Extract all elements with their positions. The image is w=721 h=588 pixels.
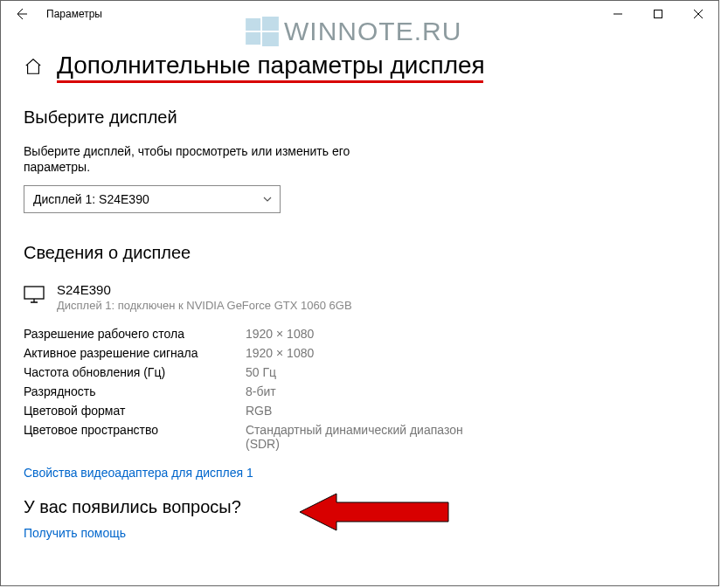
- help-heading: У вас появились вопросы?: [24, 497, 696, 517]
- info-label: Разрядность: [24, 384, 246, 398]
- display-info-table: Разрешение рабочего стола 1920 × 1080 Ак…: [24, 324, 478, 453]
- info-value: 1920 × 1080: [246, 327, 478, 341]
- titlebar: Параметры: [1, 1, 718, 27]
- home-icon[interactable]: [24, 57, 43, 76]
- get-help-link[interactable]: Получить помощь: [24, 526, 126, 540]
- display-selector-value: Дисплей 1: S24E390: [33, 192, 149, 206]
- table-row: Активное разрешение сигнала 1920 × 1080: [24, 343, 478, 363]
- close-icon: [694, 10, 703, 18]
- minimize-button[interactable]: [598, 1, 638, 27]
- monitor-icon: [24, 284, 45, 305]
- info-label: Цветовой формат: [24, 404, 246, 418]
- info-label: Цветовое пространство: [24, 423, 246, 451]
- table-row: Разрядность 8-бит: [24, 382, 478, 401]
- info-value: Стандартный динамический диапазон (SDR): [246, 423, 478, 451]
- info-label: Активное разрешение сигнала: [24, 346, 246, 360]
- select-display-heading: Выберите дисплей: [24, 107, 696, 128]
- close-button[interactable]: [678, 1, 718, 27]
- device-name: S24E390: [57, 282, 352, 297]
- info-value: RGB: [246, 404, 478, 418]
- adapter-properties-link[interactable]: Свойства видеоадаптера для дисплея 1: [24, 466, 253, 480]
- svg-rect-5: [24, 287, 44, 299]
- select-display-prompt: Выберите дисплей, чтобы просмотреть или …: [24, 143, 391, 175]
- maximize-icon: [654, 10, 662, 18]
- display-selector[interactable]: Дисплей 1: S24E390: [24, 185, 281, 213]
- title-underline-annotation: [57, 80, 483, 83]
- minimize-icon: [614, 10, 622, 18]
- info-label: Частота обновления (Гц): [24, 365, 246, 379]
- arrow-left-icon: [14, 7, 28, 21]
- maximize-button[interactable]: [638, 1, 678, 27]
- device-sub: Дисплей 1: подключен к NVIDIA GeForce GT…: [57, 299, 352, 312]
- window-title: Параметры: [46, 8, 102, 20]
- chevron-down-icon: [262, 194, 273, 204]
- svg-rect-0: [655, 10, 662, 18]
- info-value: 1920 × 1080: [246, 346, 478, 360]
- table-row: Частота обновления (Гц) 50 Гц: [24, 363, 478, 382]
- table-row: Цветовой формат RGB: [24, 401, 478, 420]
- back-button[interactable]: [8, 1, 34, 27]
- display-info-heading: Сведения о дисплее: [24, 243, 696, 263]
- info-value: 8-бит: [246, 384, 478, 398]
- table-row: Цветовое пространство Стандартный динами…: [24, 420, 478, 453]
- info-value: 50 Гц: [246, 365, 478, 379]
- info-label: Разрешение рабочего стола: [24, 327, 246, 341]
- page-title: Дополнительные параметры дисплея: [57, 52, 485, 80]
- table-row: Разрешение рабочего стола 1920 × 1080: [24, 324, 478, 343]
